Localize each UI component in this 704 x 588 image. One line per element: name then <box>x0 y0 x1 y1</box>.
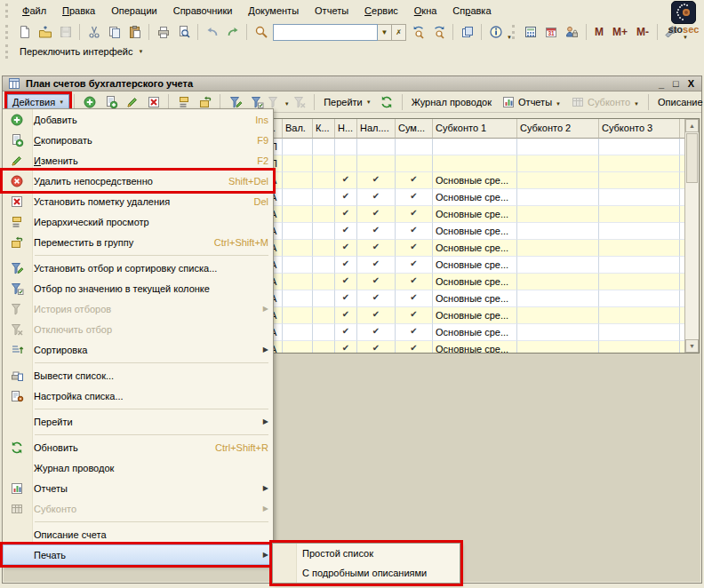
find-next-button[interactable] <box>428 22 449 42</box>
menu-item-печать[interactable]: Печать▶ <box>3 544 273 565</box>
submenu-item-простой-список[interactable]: Простой список <box>273 544 460 563</box>
menu-item-изменить[interactable]: ИзменитьF2 <box>3 150 273 171</box>
table-row[interactable]: А✔✔✔Основные сре... <box>268 240 699 257</box>
table-row[interactable]: А✔✔✔Основные сре... <box>268 189 699 206</box>
menu-item-переместить-в-группу[interactable]: Переместить в группуCtrl+Shift+M <box>3 232 273 252</box>
submenu-item-с-подробными-описаниями[interactable]: С подробными описаниями <box>273 563 460 583</box>
menubar-item-Справка[interactable]: Справка <box>444 2 499 20</box>
column-header-9[interactable]: Субконто 3 <box>599 119 680 139</box>
table-cell <box>396 155 433 172</box>
menu-item-скопировать[interactable]: СкопироватьF9 <box>3 130 273 150</box>
scroll-up-icon[interactable]: ▲ <box>685 119 699 132</box>
table-row[interactable]: А✔✔✔Основные сре... <box>268 172 699 189</box>
interface-toolbar: Переключить интерфейс ▼ <box>0 43 704 60</box>
combo-clear-icon[interactable]: ✗ <box>392 24 406 41</box>
redo-button[interactable] <box>222 22 243 42</box>
toolbar-grip[interactable] <box>5 44 8 59</box>
menu-item-удалить-непосредственно[interactable]: Удалить непосредственноShift+Del <box>3 171 273 191</box>
paste-button[interactable] <box>124 22 145 42</box>
menu-item-сортировка[interactable]: Сортировка▶ <box>3 339 273 360</box>
table-row[interactable]: А✔✔✔Основные сре... <box>268 324 699 341</box>
menubar-item-Окна[interactable]: Окна <box>406 2 445 20</box>
refresh-button[interactable] <box>377 93 397 111</box>
windows-button[interactable] <box>457 22 477 42</box>
find-prev-button[interactable] <box>408 22 428 42</box>
table-row[interactable]: А✔✔✔Основные сре... <box>268 341 699 354</box>
m-minusplus-memory-button[interactable]: M+ <box>608 24 632 40</box>
maximize-button[interactable]: □ <box>673 78 679 89</box>
info-button[interactable] <box>485 22 506 42</box>
chevron-down-icon[interactable]: ▼ <box>683 35 688 43</box>
column-header-5[interactable]: Нал.... <box>357 119 396 139</box>
menubar-item-Операции[interactable]: Операции <box>103 2 164 20</box>
scroll-down-icon[interactable]: ▼ <box>685 339 699 353</box>
menubar-item-Документы[interactable]: Документы <box>240 2 307 20</box>
перейти-button[interactable]: Перейти▼ <box>319 95 376 109</box>
menu-item-label: Вывести список... <box>34 370 114 381</box>
column-header-8[interactable]: Субконто 2 <box>517 119 599 139</box>
menubar-item-Отчеты[interactable]: Отчеты <box>307 2 356 20</box>
table-row[interactable]: А✔✔✔Основные сре... <box>268 223 699 240</box>
print-preview-button[interactable] <box>173 22 194 42</box>
menu-item-установить-пометку-удаления[interactable]: Установить пометку удаленияDel <box>3 191 273 211</box>
table-row[interactable]: П <box>268 139 699 155</box>
menu-item-перейти[interactable]: Перейти▶ <box>3 411 273 432</box>
toolbar-grip[interactable] <box>5 25 8 39</box>
subkonto-icon <box>10 502 24 516</box>
search-input[interactable] <box>273 24 378 41</box>
table-row[interactable]: А✔✔✔Основные сре... <box>268 274 699 290</box>
отчеты-button[interactable]: Отчеты▼ <box>497 93 565 111</box>
table-row[interactable]: А✔✔✔Основные сре... <box>268 307 699 324</box>
m-memory-button[interactable]: M <box>590 24 608 40</box>
menu-item-настройка-списка-[interactable]: Настройка списка... <box>3 385 273 406</box>
switch-interface-button[interactable]: Переключить интерфейс ▼ <box>14 44 148 59</box>
menubar-item-Сервис[interactable]: Сервис <box>356 2 406 20</box>
column-header-7[interactable]: Субконто 1 <box>433 119 517 139</box>
toolbar-grip[interactable] <box>512 25 515 39</box>
column-header-6[interactable]: Сум... <box>396 119 433 139</box>
undo-button[interactable] <box>202 22 222 42</box>
close-button[interactable]: X <box>688 78 694 89</box>
table-row[interactable]: А✔✔✔Основные сре... <box>268 290 699 307</box>
m-minus-memory-button[interactable]: M- <box>632 24 653 40</box>
calendar-button[interactable]: 31 <box>541 22 562 42</box>
menubar-item-Правка[interactable]: Правка <box>54 2 103 20</box>
list-settings-icon <box>10 389 24 403</box>
submenu-arrow-icon: ▶ <box>260 505 268 513</box>
minimize-button[interactable]: _ <box>659 78 664 89</box>
calculator-button[interactable] <box>521 22 541 42</box>
menubar-item-Справочники[interactable]: Справочники <box>165 2 241 20</box>
new-document-button[interactable] <box>14 22 35 42</box>
table-row[interactable]: А✔✔✔Основные сре... <box>268 206 699 223</box>
vertical-scrollbar[interactable]: ▲ ▼ <box>684 119 699 353</box>
menu-item-shortcut: F9 <box>246 135 268 146</box>
column-header-2[interactable]: Вал. <box>283 119 313 139</box>
menubar-item-Файл[interactable]: Файл <box>14 2 54 20</box>
журнал-проводок-button[interactable]: Журнал проводок <box>407 95 496 109</box>
copy-button[interactable] <box>104 22 124 42</box>
table-row[interactable]: А✔✔✔Основные сре... <box>268 257 699 274</box>
menu-item-отчеты[interactable]: Отчеты▶ <box>3 478 273 498</box>
menu-item-вывести-список-[interactable]: Вывести список... <box>3 365 273 385</box>
scrollbar-thumb[interactable] <box>686 133 698 183</box>
menu-item-отбор-по-значению-в-текущей-колонке[interactable]: Отбор по значению в текущей колонке <box>3 278 273 298</box>
toolbar-grip[interactable] <box>5 4 8 18</box>
print-button[interactable] <box>153 22 173 42</box>
menu-item-добавить[interactable]: ДобавитьIns <box>3 109 273 130</box>
table-row[interactable]: П <box>268 155 699 172</box>
menu-item-журнал-проводок[interactable]: Журнал проводок <box>3 457 273 478</box>
действия-button[interactable]: Действия▼ <box>7 94 69 110</box>
menu-item-иерархический-просмотр[interactable]: Иерархический просмотр <box>3 211 273 232</box>
menu-item-обновить[interactable]: ОбновитьCtrl+Shift+R <box>3 437 273 457</box>
search-button[interactable] <box>251 22 271 42</box>
column-header-4[interactable]: Н... <box>335 119 357 139</box>
menu-item-описание-счета[interactable]: Описание счета <box>3 524 273 544</box>
window-titlebar[interactable]: План счетов бухгалтерского учета _ □ X <box>3 76 701 91</box>
column-header-3[interactable]: К... <box>313 119 335 139</box>
cut-button[interactable] <box>84 22 104 42</box>
open-folder-button[interactable] <box>35 22 55 42</box>
combo-dropdown-icon[interactable]: ▼ <box>378 24 392 41</box>
user-permissions-button[interactable] <box>562 22 582 42</box>
menu-item-установить-отбор-и-сортировку-списка-[interactable]: Установить отбор и сортировку списка... <box>3 258 273 278</box>
описание-счета-button[interactable]: Описание счета <box>653 95 704 109</box>
